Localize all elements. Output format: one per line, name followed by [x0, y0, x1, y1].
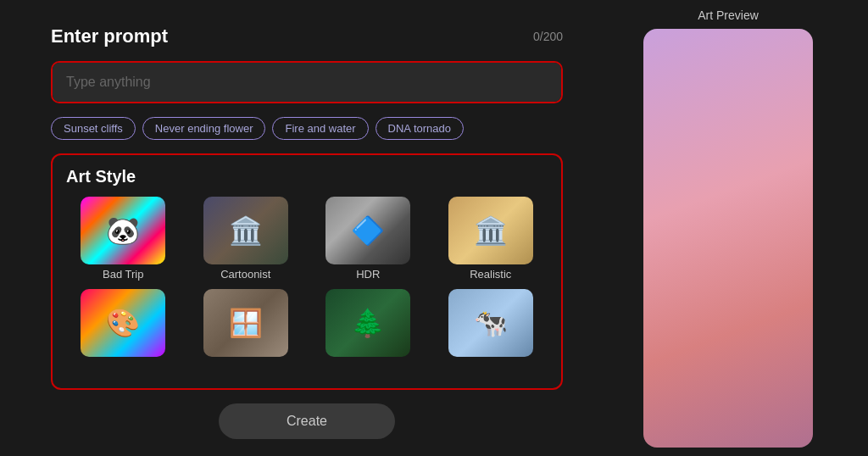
left-panel: Enter prompt 0/200 Sunset cliffs Never e…	[0, 0, 597, 456]
style-item-forest[interactable]	[311, 289, 426, 360]
prompt-input[interactable]	[53, 63, 561, 102]
style-item-animal[interactable]	[434, 289, 548, 360]
style-thumb-forest	[326, 289, 410, 357]
right-panel: Art Preview	[597, 0, 868, 456]
style-thumb-cartoonist	[203, 197, 288, 264]
style-thumb-interior	[203, 289, 288, 357]
style-thumb-hdr	[326, 197, 410, 264]
art-preview-title: Art Preview	[698, 8, 759, 22]
style-item-interior[interactable]	[189, 289, 303, 360]
style-item-colorful[interactable]	[66, 289, 181, 360]
style-thumb-animal	[448, 289, 533, 357]
style-thumb-bad-trip	[81, 197, 165, 264]
prompt-input-wrapper	[51, 61, 563, 103]
art-preview-image	[643, 29, 813, 448]
style-thumb-realistic	[448, 197, 533, 264]
style-thumb-colorful	[81, 289, 165, 357]
